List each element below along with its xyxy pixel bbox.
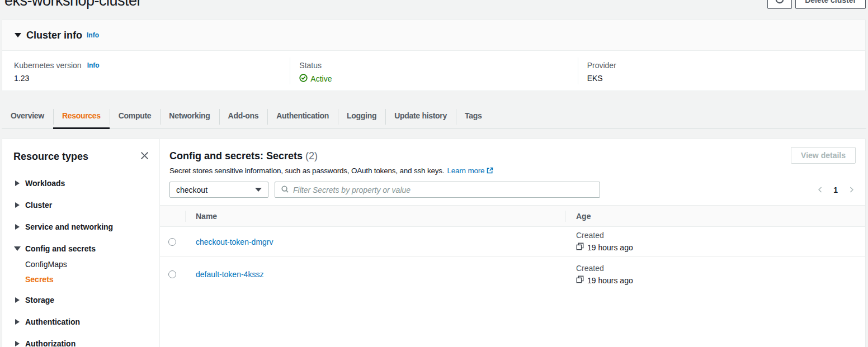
chevron-right-icon xyxy=(15,180,20,186)
sidebar-item-label: Service and networking xyxy=(25,222,113,231)
provider-field: Provider EKS xyxy=(578,51,865,91)
sidebar-item-authorization[interactable]: Authorization xyxy=(2,338,159,347)
secrets-panel-title-text: Config and secrets: Secrets xyxy=(169,150,303,161)
resource-types-panel: Resource types Workloads Cluster Serv xyxy=(2,139,160,347)
namespace-select-value: checkout xyxy=(176,186,207,194)
cluster-info-header[interactable]: Cluster info Info xyxy=(2,20,865,51)
refresh-icon xyxy=(775,0,785,6)
age-column-header[interactable]: Age xyxy=(576,212,591,221)
delete-cluster-button[interactable]: Delete cluster xyxy=(795,0,866,9)
chevron-right-icon xyxy=(15,341,20,346)
sidebar-item-secrets[interactable]: Secrets xyxy=(2,274,159,285)
table-row: checkout-token-dmgrv Created 19 hours ag… xyxy=(160,227,865,257)
status-label: Status xyxy=(299,61,322,70)
sidebar-item-configmaps[interactable]: ConfigMaps xyxy=(2,259,159,270)
kubernetes-version-info-link[interactable]: Info xyxy=(87,61,100,70)
resource-types-list: Workloads Cluster Service and networking… xyxy=(2,178,159,347)
search-icon xyxy=(281,185,293,195)
view-details-button[interactable]: View details xyxy=(791,147,856,164)
learn-more-link[interactable]: Learn more xyxy=(447,167,493,175)
cluster-info-columns: Kubernetes version Info 1.23 Status Acti… xyxy=(2,51,865,91)
collapse-caret-icon xyxy=(15,33,21,37)
provider-label: Provider xyxy=(587,61,616,70)
tab-networking[interactable]: Networking xyxy=(160,106,219,129)
namespace-select[interactable]: checkout xyxy=(169,182,268,198)
secrets-description-text: Secret stores sensitive information, suc… xyxy=(169,167,444,175)
secrets-panel-title: Config and secrets: Secrets (2) xyxy=(169,150,318,162)
row-radio-button[interactable] xyxy=(168,270,176,278)
chevron-left-icon[interactable] xyxy=(815,186,824,194)
close-icon xyxy=(140,151,149,162)
cluster-tabs: Overview Resources Compute Networking Ad… xyxy=(2,106,866,129)
created-label: Created xyxy=(576,230,865,241)
sidebar-item-service-and-networking[interactable]: Service and networking xyxy=(2,221,159,232)
current-page-number[interactable]: 1 xyxy=(833,186,838,194)
chevron-right-icon xyxy=(15,297,20,303)
sidebar-item-label: Authorization xyxy=(25,339,76,347)
sidebar-item-label: Cluster xyxy=(25,201,52,210)
header-actions: Delete cluster xyxy=(767,0,866,9)
tab-compute[interactable]: Compute xyxy=(110,106,161,129)
kubernetes-version-field: Kubernetes version Info 1.23 xyxy=(2,51,290,91)
chevron-right-icon xyxy=(15,202,20,208)
secrets-table: Name Age checkout-token-dmgrv Created xyxy=(160,205,865,292)
chevron-down-icon xyxy=(14,246,21,251)
tab-resources[interactable]: Resources xyxy=(53,106,110,129)
pagination: 1 xyxy=(815,186,856,194)
chevron-right-icon xyxy=(15,224,20,230)
sidebar-item-authentication[interactable]: Authentication xyxy=(2,316,159,327)
secret-link[interactable]: checkout-token-dmgrv xyxy=(196,237,273,246)
age-value: 19 hours ago xyxy=(587,242,633,254)
kubernetes-version-label: Kubernetes version xyxy=(14,61,82,70)
sidebar-item-label: Workloads xyxy=(25,179,65,188)
tab-logging[interactable]: Logging xyxy=(338,106,385,129)
page-title: eks-workshop-cluster xyxy=(4,0,141,9)
close-panel-button[interactable] xyxy=(138,150,150,163)
status-value: Active xyxy=(310,74,332,83)
cluster-info-title: Cluster info xyxy=(26,30,82,41)
tab-add-ons[interactable]: Add-ons xyxy=(219,106,268,129)
kubernetes-version-value: 1.23 xyxy=(14,74,290,83)
learn-more-label: Learn more xyxy=(447,167,484,175)
cluster-info-card: Cluster info Info Kubernetes version Inf… xyxy=(2,20,866,91)
name-column-header[interactable]: Name xyxy=(196,212,217,221)
sidebar-item-storage[interactable]: Storage xyxy=(2,294,159,306)
caret-down-icon xyxy=(255,188,262,192)
chevron-right-icon[interactable] xyxy=(847,186,856,194)
sidebar-item-label: Config and secrets xyxy=(25,244,96,253)
external-link-icon xyxy=(487,167,493,175)
copy-icon xyxy=(576,275,587,287)
status-active-check-icon xyxy=(299,74,310,84)
chevron-right-icon xyxy=(15,319,20,325)
secrets-panel: Config and secrets: Secrets (2) View det… xyxy=(160,139,865,347)
tab-tags[interactable]: Tags xyxy=(456,106,490,129)
provider-value: EKS xyxy=(587,74,865,83)
sidebar-item-workloads[interactable]: Workloads xyxy=(2,178,159,189)
sidebar-item-config-and-secrets[interactable]: Config and secrets xyxy=(2,243,159,254)
sidebar-item-label: Storage xyxy=(25,296,54,305)
status-field: Status Active xyxy=(290,51,577,91)
created-label: Created xyxy=(576,263,865,274)
resources-card: Resource types Workloads Cluster Serv xyxy=(2,139,866,347)
tab-update-history[interactable]: Update history xyxy=(385,106,456,129)
tab-authentication[interactable]: Authentication xyxy=(267,106,338,129)
secret-link[interactable]: default-token-4kssz xyxy=(196,270,263,279)
copy-icon xyxy=(576,242,587,254)
age-value: 19 hours ago xyxy=(587,275,633,287)
secrets-description: Secret stores sensitive information, suc… xyxy=(169,165,856,177)
secrets-counter: (2) xyxy=(305,150,318,161)
cluster-info-info-link[interactable]: Info xyxy=(87,31,99,39)
row-radio-button[interactable] xyxy=(168,238,176,246)
resource-types-title: Resource types xyxy=(13,150,88,163)
filter-search xyxy=(275,182,600,198)
table-header: Name Age xyxy=(160,206,865,227)
tab-overview[interactable]: Overview xyxy=(2,106,53,129)
sidebar-item-label: Authentication xyxy=(25,317,80,326)
filter-search-input[interactable] xyxy=(293,186,594,194)
refresh-button[interactable] xyxy=(767,0,792,9)
table-row: default-token-4kssz Created 19 hours ago xyxy=(160,257,865,292)
sidebar-item-cluster[interactable]: Cluster xyxy=(2,199,159,211)
